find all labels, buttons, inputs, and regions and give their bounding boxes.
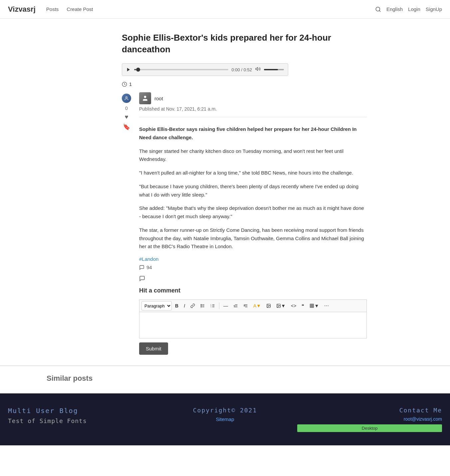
- play-button[interactable]: [126, 67, 131, 72]
- table-button[interactable]: ▼: [308, 301, 321, 310]
- bookmark-button[interactable]: 🔖: [123, 123, 130, 131]
- para-0: Sophie Ellis-Bextor says raising five ch…: [139, 125, 367, 142]
- footer-email[interactable]: root@vizvasrj.com: [297, 416, 442, 422]
- footer-brand-title: Multi User Blog: [8, 407, 153, 415]
- listen-count: 1: [122, 81, 367, 87]
- article-divider: [139, 117, 367, 117]
- message-icon: [139, 275, 145, 281]
- similar-posts-title: Similar posts: [0, 374, 450, 383]
- search-icon: [375, 6, 381, 12]
- ordered-list-button[interactable]: 1 2 3: [208, 301, 217, 310]
- user-icon: [124, 96, 129, 101]
- article-title: Sophie Ellis-Bextor's kids prepared her …: [122, 32, 367, 55]
- svg-point-26: [268, 305, 268, 305]
- progress-container[interactable]: [134, 69, 228, 70]
- nav-links: Posts Create Post: [46, 6, 375, 12]
- article-body: Sophie Ellis-Bextor says raising five ch…: [139, 125, 367, 251]
- image-button[interactable]: [264, 301, 273, 310]
- embed-button[interactable]: ▼: [274, 301, 288, 310]
- submit-button[interactable]: Submit: [139, 342, 168, 355]
- signup-button[interactable]: SignUp: [426, 6, 442, 12]
- nav-right: English Login SignUp: [375, 6, 442, 12]
- volume-slider[interactable]: [264, 69, 284, 70]
- svg-marker-3: [256, 68, 258, 71]
- highlight-button[interactable]: A▼: [251, 301, 263, 310]
- footer-contact-title: Contact Me: [297, 407, 442, 414]
- nav-create-post[interactable]: Create Post: [67, 6, 93, 12]
- bullet-list-button[interactable]: [198, 301, 207, 310]
- italic-button[interactable]: I: [182, 301, 187, 310]
- nav-posts[interactable]: Posts: [46, 6, 59, 12]
- paragraph-select[interactable]: Paragraph: [141, 301, 172, 310]
- link-button[interactable]: [188, 301, 197, 310]
- similar-posts-section: Similar posts: [0, 365, 450, 383]
- clock-icon: [122, 82, 127, 87]
- comments-count-row: 94: [139, 264, 367, 270]
- comment-toggle-icon[interactable]: [139, 275, 367, 283]
- total-time: 0:52: [244, 67, 252, 72]
- para-5: The star, a former runner-up on Strictly…: [139, 226, 367, 251]
- article-content: root Published at Nov. 17, 2021, 6:21 a.…: [139, 92, 367, 355]
- para-3: "But because I have young children, ther…: [139, 183, 367, 199]
- comments-count-value: 94: [146, 264, 152, 270]
- mute-button[interactable]: [255, 66, 261, 73]
- brand-logo[interactable]: Vizvasrj: [8, 5, 36, 14]
- para-1: The singer started her charity kitchen d…: [139, 147, 367, 164]
- code-button[interactable]: <>: [289, 301, 298, 310]
- more-button[interactable]: ⋯: [322, 301, 331, 310]
- page-container: Sophie Ellis-Bextor's kids prepared her …: [75, 19, 375, 355]
- indent-less-icon: [233, 303, 238, 308]
- volume-icon: [255, 66, 261, 72]
- login-button[interactable]: Login: [408, 6, 420, 12]
- hr-button[interactable]: —: [221, 301, 230, 310]
- article-tag[interactable]: #Landon: [139, 256, 158, 262]
- play-icon: [126, 67, 131, 72]
- footer-center-col: Copyright© 2021 Sitemap: [153, 407, 298, 422]
- embed-icon: [276, 303, 281, 308]
- para-4: She added: "Maybe that's why the sleep d…: [139, 204, 367, 221]
- para-0-text: Sophie Ellis-Bextor says raising five ch…: [139, 126, 357, 140]
- indent-more-button[interactable]: [241, 301, 250, 310]
- svg-point-11: [201, 305, 201, 306]
- para-2: "I haven't pulled an all-nighter for a l…: [139, 169, 367, 177]
- comment-editor[interactable]: [139, 312, 367, 338]
- author-name: root: [154, 96, 163, 101]
- audio-time: 0:00 / 0:52: [232, 67, 252, 72]
- svg-line-1: [379, 10, 380, 11]
- footer-brand-col: Multi User Blog Test of Simple Fonts: [8, 407, 153, 424]
- toolbar-sep-1: [219, 302, 219, 309]
- footer-sitemap[interactable]: Sitemap: [216, 416, 234, 422]
- image-icon: [266, 303, 271, 308]
- indent-less-button[interactable]: [231, 301, 240, 310]
- footer-right-col: Contact Me root@vizvasrj.com Desktop: [297, 407, 442, 432]
- avatar-side: [122, 94, 131, 103]
- language-button[interactable]: English: [386, 6, 403, 12]
- footer: Multi User Blog Test of Simple Fonts Cop…: [0, 393, 450, 445]
- svg-point-10: [201, 304, 201, 305]
- current-time: 0:00: [232, 67, 240, 72]
- table-icon: [310, 303, 314, 308]
- svg-marker-2: [127, 68, 130, 72]
- quote-button[interactable]: ❝: [300, 301, 306, 310]
- audio-player: 0:00 / 0:52: [122, 63, 288, 76]
- search-button[interactable]: [375, 6, 381, 12]
- vote-count: 0: [125, 106, 128, 111]
- progress-bar: [134, 69, 228, 70]
- bullet-list-icon: [200, 303, 205, 308]
- footer-copyright: Copyright© 2021: [153, 407, 298, 414]
- footer-brand-sub: Test of Simple Fonts: [8, 417, 153, 424]
- editor-toolbar: Paragraph B I: [139, 299, 367, 312]
- bold-button[interactable]: B: [173, 301, 180, 310]
- time-separator: /: [241, 67, 243, 72]
- comment-section: Hit a comment Paragraph B I: [139, 275, 367, 355]
- svg-point-12: [201, 307, 201, 307]
- svg-text:3: 3: [211, 306, 212, 308]
- progress-thumb: [136, 68, 140, 72]
- like-button[interactable]: ♥: [125, 114, 128, 121]
- volume-fill: [264, 69, 278, 70]
- ordered-list-icon: 1 2 3: [210, 303, 215, 308]
- comments-icon: [139, 265, 144, 270]
- article-meta: root: [139, 92, 367, 104]
- author-avatar: [139, 92, 151, 104]
- svg-point-6: [144, 96, 146, 98]
